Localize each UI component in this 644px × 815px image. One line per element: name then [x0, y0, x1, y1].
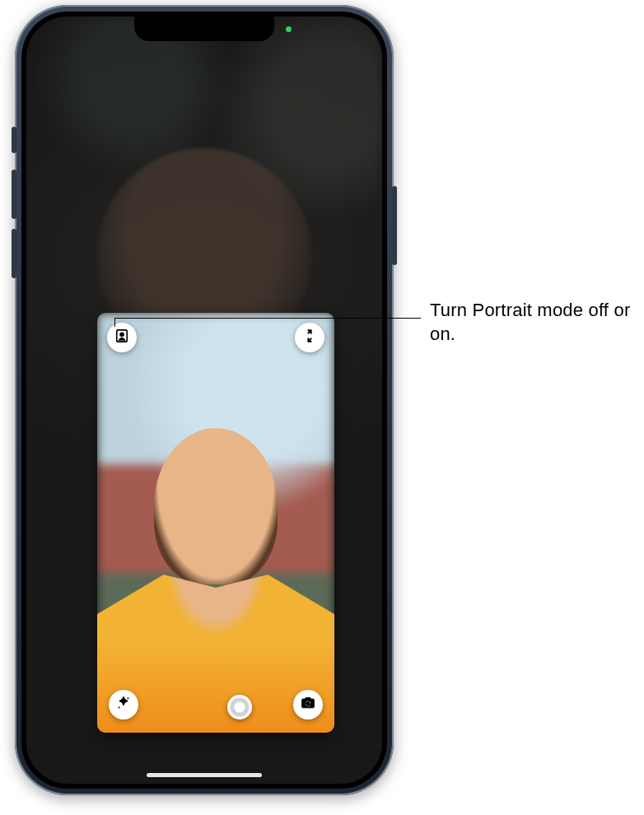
portrait-person-icon — [114, 328, 130, 347]
callout-leader-line — [114, 318, 115, 327]
take-live-photo-button[interactable] — [227, 695, 252, 720]
svg-point-2 — [127, 697, 128, 699]
volume-up-button — [12, 170, 16, 219]
device-notch — [134, 16, 274, 41]
flip-camera-icon — [300, 695, 316, 715]
effects-button[interactable] — [109, 690, 138, 720]
collapse-pip-button[interactable] — [295, 323, 324, 352]
callout-leader-line — [114, 318, 421, 319]
home-indicator — [147, 773, 262, 777]
volume-down-button — [12, 229, 16, 278]
camera-active-indicator-icon — [286, 26, 292, 32]
svg-point-1 — [120, 333, 124, 337]
flip-camera-button[interactable] — [293, 690, 323, 720]
callout-portrait-mode-text: Turn Portrait mode off or on. — [430, 299, 636, 346]
effects-star-icon — [115, 695, 132, 715]
iphone-device-frame — [15, 5, 394, 795]
self-view-face — [154, 428, 278, 584]
collapse-arrows-icon — [301, 328, 318, 347]
svg-point-3 — [119, 706, 120, 708]
portrait-mode-toggle-button[interactable] — [107, 323, 137, 352]
self-view-tile[interactable] — [97, 313, 334, 733]
device-screen — [26, 16, 382, 784]
ring-silent-switch — [12, 127, 16, 153]
device-bezel — [21, 12, 387, 789]
side-power-button — [392, 186, 397, 265]
